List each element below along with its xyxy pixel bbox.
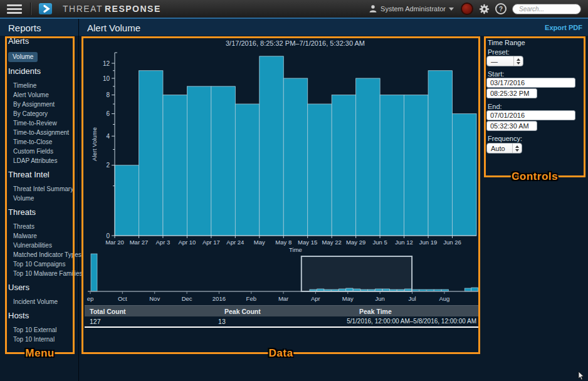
sidebar-item-custom-fields[interactable]: Custom Fields: [0, 147, 78, 156]
sidebar-section-threats: ThreatsThreatsMalwareVulnerabilitiesMatc…: [0, 207, 78, 278]
app-title-secondary: RESPONSE: [105, 4, 161, 14]
bar-jun-12: [404, 95, 428, 236]
x-tick-label: Jun 5: [372, 239, 387, 246]
topbar-divider: [30, 3, 31, 15]
chevron-down-icon: [449, 8, 454, 11]
x-tick-label: May 29: [346, 239, 365, 246]
sidebar-item-malware[interactable]: Malware: [0, 231, 78, 241]
y-tick-label: 12: [103, 60, 110, 67]
end-date-input[interactable]: [486, 110, 575, 120]
sidebar-item-timeline[interactable]: Timeline: [0, 81, 78, 90]
sidebar-item-matched-indicator-types[interactable]: Matched Indicator Types: [0, 250, 78, 259]
top-bar: THREATRESPONSE System Administrator ?: [0, 0, 588, 18]
bar-jun-26: [453, 114, 476, 236]
summary-col-peak-count: Peak Count: [224, 308, 359, 315]
sidebar-item-by-category[interactable]: By Category: [0, 109, 78, 118]
sidebar-section-incidents: IncidentsTimelineAlert VolumeBy Assignme…: [0, 66, 78, 165]
sidebar-item-ldap-attributes[interactable]: LDAP Attributes: [0, 156, 78, 165]
sidebar-item-time-to-assignment[interactable]: Time-to-Assignment: [0, 128, 78, 137]
x-tick-label: Mar 20: [105, 239, 124, 246]
navigator-selection[interactable]: [302, 256, 412, 291]
sidebar-section-alerts: AlertsVolume: [0, 36, 78, 62]
help-icon[interactable]: ?: [495, 3, 507, 14]
summary-cell-total-count: 127: [85, 318, 218, 325]
x-tick-label: Apr 24: [226, 239, 244, 246]
sidebar-item-top-10-campaigns[interactable]: Top 10 Campaigns: [0, 259, 78, 269]
alert-volume-chart: 3/17/2016, 8:25:32 PM–7/1/2016, 5:32:30 …: [81, 36, 480, 305]
x-tick-label: Jun 12: [395, 239, 413, 246]
preset-select[interactable]: —: [486, 56, 523, 66]
sidebar-title: Reports: [8, 23, 41, 33]
sidebar-item-threat-intel-summary[interactable]: Threat Intel Summary: [0, 184, 78, 194]
sidebar-heading-threat-intel: Threat Intel: [0, 170, 78, 184]
sidebar-item-top-10-external[interactable]: Top 10 External: [0, 325, 78, 335]
navigator-tick-label: Mar: [278, 295, 288, 302]
navigator-tick-label: Aug: [439, 295, 449, 302]
sidebar-heading-incidents: Incidents: [0, 66, 78, 81]
bar-may-22: [332, 95, 355, 236]
sidebar-heading-threats: Threats: [0, 207, 78, 222]
frequency-label: Frequency:: [488, 135, 522, 142]
end-time-input[interactable]: [486, 121, 537, 131]
sidebar-item-time-to-review[interactable]: Time-to-Review: [0, 118, 78, 128]
x-tick-label: May 15: [298, 239, 317, 246]
sidebar-item-top-10-malware-families[interactable]: Top 10 Malware Families: [0, 269, 78, 278]
y-tick-label: 2: [106, 162, 110, 169]
y-axis-title: Alert Volume: [91, 127, 98, 161]
sidebar-item-threats[interactable]: Threats: [0, 222, 78, 231]
sidebar-section-threat-intel: Threat IntelThreat Intel SummaryVolume: [0, 170, 78, 203]
user-menu[interactable]: System Administrator: [369, 4, 454, 13]
sidebar-item-time-to-close[interactable]: Time-to-Close: [0, 137, 78, 147]
navigator-tick-label: Feb: [246, 295, 256, 302]
navigator-tick-label: May: [342, 295, 354, 302]
bar-apr-17: [211, 86, 235, 236]
export-pdf-link[interactable]: Export PDF: [545, 24, 582, 31]
navigator-tick-label: Jun: [375, 295, 385, 302]
sidebar-heading-hosts: Hosts: [0, 311, 78, 325]
y-tick-label: 8: [106, 91, 110, 98]
page-header: Alert Volume Export PDF: [79, 19, 588, 36]
sidebar-header: Reports: [0, 19, 78, 36]
navigator-tick-label: ep: [87, 295, 94, 302]
summary-table-row: 127135/1/2016, 12:00:00 AM–5/8/2016, 12:…: [85, 316, 478, 326]
sidebar-item-alert-volume[interactable]: Alert Volume: [0, 90, 78, 100]
navigator-tick-label: Jul: [408, 295, 416, 302]
navigator-tick-label: Apr: [311, 295, 320, 302]
navigator-tick-label: Oct: [118, 295, 127, 302]
search-box: [512, 4, 581, 14]
sidebar-item-volume[interactable]: Volume: [8, 52, 38, 62]
sidebar-item-incident-volume[interactable]: Incident Volume: [0, 297, 78, 306]
person-icon: [369, 4, 377, 13]
record-status-icon[interactable]: [461, 3, 473, 15]
mouse-cursor-icon: [578, 372, 585, 380]
gear-icon[interactable]: [479, 4, 490, 14]
y-tick-label: 0: [106, 232, 110, 239]
spinner-icon: [512, 144, 522, 153]
sidebar-item-volume[interactable]: Volume: [0, 194, 78, 203]
navigator-bar: [91, 254, 97, 291]
x-tick-label: May 8: [275, 239, 291, 246]
frequency-select[interactable]: Auto: [486, 143, 522, 154]
sidebar-heading-users: Users: [0, 283, 78, 297]
menu-icon[interactable]: [7, 4, 22, 14]
search-input[interactable]: [518, 5, 575, 13]
y-tick-label: 6: [106, 110, 110, 117]
sidebar-item-vulnerabilities[interactable]: Vulnerabilities: [0, 241, 78, 250]
summary-col-total-count: Total Count: [85, 308, 224, 315]
x-tick-label: Jun 26: [443, 239, 461, 246]
bar-may: [260, 56, 283, 236]
x-tick-label: Apr 10: [178, 239, 196, 246]
time-range-title: Time Range: [488, 39, 525, 46]
annotation-label-menu: Menu: [25, 347, 54, 360]
start-date-input[interactable]: [486, 78, 575, 88]
sidebar-item-top-10-internal[interactable]: Top 10 Internal: [0, 335, 78, 344]
bar-may-29: [356, 78, 380, 236]
start-label: Start:: [488, 70, 504, 78]
start-time-input[interactable]: [486, 88, 537, 98]
summary-cell-peak-time: 5/1/2016, 12:00:00 AM–5/8/2016, 12:00:00…: [347, 318, 478, 325]
end-label: End:: [488, 103, 502, 110]
sidebar-section-users: UsersIncident Volume: [0, 283, 78, 306]
annotation-label-data: Data: [269, 347, 293, 360]
sidebar-item-by-assignment[interactable]: By Assignment: [0, 100, 78, 109]
bar-may-15: [308, 104, 332, 236]
